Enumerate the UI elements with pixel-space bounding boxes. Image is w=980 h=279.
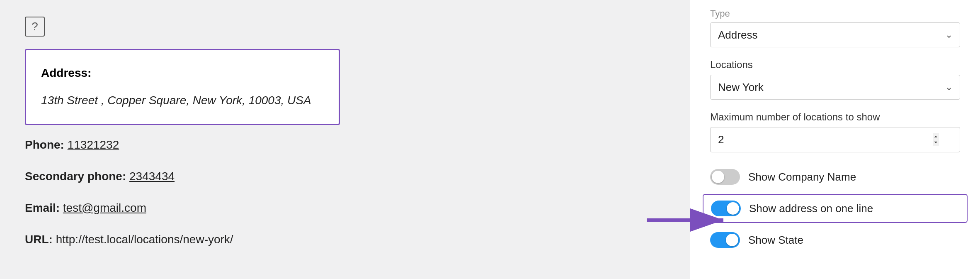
- show-state-toggle[interactable]: [710, 232, 740, 248]
- show-company-name-label: Show Company Name: [748, 171, 856, 184]
- show-address-label: Show address on one line: [749, 202, 873, 215]
- email-line: Email: test@gmail.com: [25, 196, 665, 220]
- locations-field-group: Locations New York ⌄: [710, 59, 960, 100]
- address-label: Address:: [41, 63, 324, 83]
- show-state-slider: [710, 232, 740, 248]
- email-link[interactable]: test@gmail.com: [63, 201, 146, 214]
- show-address-toggle[interactable]: [711, 201, 741, 216]
- phone-line: Phone: 11321232: [25, 133, 665, 157]
- address-value: 13th Street , Copper Square, New York, 1…: [41, 94, 311, 107]
- help-icon[interactable]: ?: [25, 17, 45, 37]
- phone-link[interactable]: 11321232: [68, 138, 119, 151]
- type-select[interactable]: Address: [710, 22, 960, 47]
- locations-label: Locations: [710, 59, 960, 71]
- max-locations-input-wrapper: [710, 127, 960, 152]
- show-address-row: Show address on one line: [703, 194, 968, 223]
- secondary-phone-label: Secondary phone:: [25, 170, 126, 183]
- show-company-name-slider: [710, 169, 740, 185]
- url-label: URL:: [25, 233, 53, 246]
- email-label: Email:: [25, 201, 60, 214]
- type-select-wrapper: Address ⌄: [710, 22, 960, 47]
- show-company-name-row: Show Company Name: [710, 169, 960, 185]
- show-address-slider: [711, 201, 741, 216]
- secondary-phone-link[interactable]: 2343434: [129, 170, 175, 183]
- url-value: http://test.local/locations/new-york/: [56, 233, 233, 246]
- phone-label: Phone:: [25, 138, 64, 151]
- right-panel: Type Address ⌄ Locations New York ⌄ Maxi…: [690, 0, 980, 279]
- max-locations-field-group: Maximum number of locations to show: [710, 111, 960, 152]
- show-company-name-toggle[interactable]: [710, 169, 740, 185]
- address-block: Address: 13th Street , Copper Square, Ne…: [25, 49, 340, 125]
- show-state-label: Show State: [748, 234, 803, 247]
- type-label: Type: [710, 8, 960, 19]
- locations-select[interactable]: New York: [710, 75, 960, 100]
- max-locations-input[interactable]: [710, 127, 960, 152]
- max-locations-label: Maximum number of locations to show: [710, 111, 960, 123]
- show-state-row: Show State: [710, 232, 960, 248]
- secondary-phone-line: Secondary phone: 2343434: [25, 165, 665, 188]
- url-line: URL: http://test.local/locations/new-yor…: [25, 228, 665, 251]
- type-field-group: Type Address ⌄: [710, 8, 960, 47]
- left-panel: ? Address: 13th Street , Copper Square, …: [0, 0, 690, 279]
- locations-select-wrapper: New York ⌄: [710, 75, 960, 100]
